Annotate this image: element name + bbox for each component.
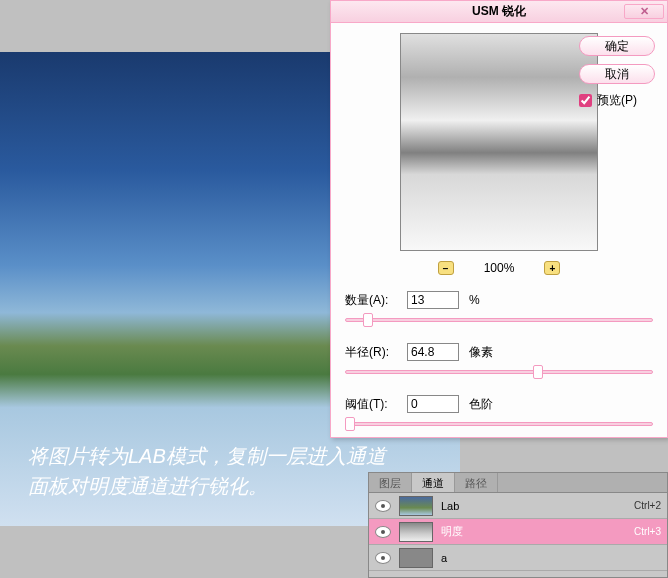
radius-slider[interactable]	[345, 365, 653, 379]
threshold-label: 阈值(T):	[345, 396, 401, 413]
preview-image[interactable]	[400, 33, 598, 251]
dialog-titlebar[interactable]: USM 锐化 ✕	[331, 1, 667, 23]
preview-checkbox-label: 预览(P)	[597, 92, 637, 109]
zoom-out-button[interactable]: −	[438, 261, 454, 275]
amount-slider[interactable]	[345, 313, 653, 327]
ok-button[interactable]: 确定	[579, 36, 655, 56]
usm-sharpen-dialog: USM 锐化 ✕ − 100% + 确定 取消 预览(P) 数量(A): %	[330, 0, 668, 438]
threshold-input[interactable]	[407, 395, 459, 413]
caption-line2: 面板对明度通道进行锐化。	[28, 471, 386, 501]
instruction-caption: 将图片转为LAB模式，复制一层进入通道 面板对明度通道进行锐化。	[28, 441, 386, 501]
channels-panel: 图层 通道 路径 Lab Ctrl+2 明度 Ctrl+3 a	[368, 472, 668, 578]
radius-label: 半径(R):	[345, 344, 401, 361]
channel-thumb	[399, 522, 433, 542]
channel-row-lightness[interactable]: 明度 Ctrl+3	[369, 519, 667, 545]
cancel-button[interactable]: 取消	[579, 64, 655, 84]
visibility-icon[interactable]	[375, 552, 391, 564]
channel-shortcut: Ctrl+2	[634, 500, 661, 511]
radius-unit: 像素	[469, 344, 493, 361]
amount-unit: %	[469, 293, 480, 307]
tab-channels[interactable]: 通道	[412, 473, 455, 492]
visibility-icon[interactable]	[375, 500, 391, 512]
threshold-slider[interactable]	[345, 417, 653, 431]
tab-paths[interactable]: 路径	[455, 473, 498, 492]
zoom-percent: 100%	[484, 261, 515, 275]
channel-thumb	[399, 548, 433, 568]
amount-input[interactable]	[407, 291, 459, 309]
channel-name: a	[441, 552, 653, 564]
channel-row-a[interactable]: a	[369, 545, 667, 571]
close-button[interactable]: ✕	[624, 4, 664, 19]
channel-name: Lab	[441, 500, 626, 512]
channel-thumb	[399, 496, 433, 516]
visibility-icon[interactable]	[375, 526, 391, 538]
channel-name: 明度	[441, 524, 626, 539]
channel-row-lab[interactable]: Lab Ctrl+2	[369, 493, 667, 519]
tab-layers[interactable]: 图层	[369, 473, 412, 492]
threshold-unit: 色阶	[469, 396, 493, 413]
radius-input[interactable]	[407, 343, 459, 361]
close-icon: ✕	[640, 5, 649, 18]
caption-line1: 将图片转为LAB模式，复制一层进入通道	[28, 441, 386, 471]
channel-shortcut: Ctrl+3	[634, 526, 661, 537]
dialog-title-text: USM 锐化	[472, 3, 526, 20]
zoom-in-button[interactable]: +	[544, 261, 560, 275]
preview-checkbox[interactable]	[579, 94, 592, 107]
amount-label: 数量(A):	[345, 292, 401, 309]
